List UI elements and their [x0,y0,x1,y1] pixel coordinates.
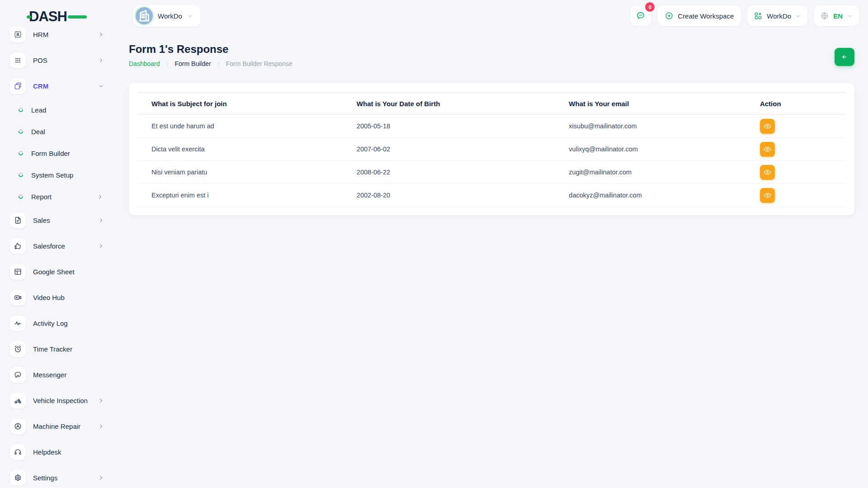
pos-grid-dots-icon [10,52,26,68]
sidebar-item-crm[interactable]: CRM [0,73,117,99]
chat-icon [636,11,646,21]
sidebar-subitem-label: Lead [31,106,46,114]
sidebar-item-google-sheet[interactable]: Google Sheet [0,259,117,285]
column-header-email: What is Your email [555,93,746,115]
chevron-right-icon [98,423,104,429]
sidebar-item-label: Activity Log [33,319,68,327]
language-dropdown[interactable]: EN [814,5,859,26]
table-row: Nisi veniam pariatu 2008-06-22 zugit@mai… [138,161,845,184]
sidebar-item-label: HRM [33,31,48,38]
chevron-down-icon [98,83,104,89]
sidebar-item-helpdesk[interactable]: Helpdesk [0,439,117,465]
workdo-dropdown-label: WorkDo [767,12,791,20]
activity-pulse-icon [10,315,26,331]
sidebar-subitem-report[interactable]: Report [0,186,117,207]
sidebar-item-time-tracker[interactable]: Time Tracker [0,336,117,362]
language-label: EN [833,12,843,20]
view-response-button[interactable] [760,119,775,134]
sidebar-subitem-system-setup[interactable]: System Setup [0,164,117,186]
sidebar: HRM POS CRM Lead Deal Form Bu [0,26,117,488]
table-grid-icon [10,264,26,280]
workdo-dropdown[interactable]: WorkDo [747,5,807,26]
sidebar-item-label: Google Sheet [33,268,75,276]
sidebar-item-label: CRM [33,82,48,90]
sidebar-item-sales[interactable]: Sales [0,207,117,233]
sidebar-item-label: Video Hub [33,294,65,301]
chevron-right-icon [98,398,104,404]
table-row: Dicta velit exercita 2007-06-02 vulixyq@… [138,138,845,161]
column-header-action: Action [746,93,845,115]
workspace-name: WorkDo [158,12,182,20]
responses-table: What is Subject for join What is Your Da… [138,92,845,207]
breadcrumb-form-builder-link[interactable]: Form Builder [175,60,211,67]
cell-subject: Nisi veniam pariatu [138,161,343,184]
plus-circle-icon [665,11,674,20]
alarm-clock-icon [10,341,26,357]
view-response-button[interactable] [760,142,775,157]
eye-icon [764,145,771,153]
sidebar-item-pos[interactable]: POS [0,47,117,73]
sidebar-subitem-deal[interactable]: Deal [0,121,117,142]
fan-icon [10,418,26,434]
sidebar-item-machine-repair[interactable]: Machine Repair [0,413,117,439]
sidebar-item-hrm[interactable]: HRM [0,26,117,47]
back-button[interactable] [835,48,854,66]
chevron-down-icon [847,13,853,19]
workspace-avatar [136,7,153,24]
view-response-button[interactable] [760,165,775,180]
chevron-down-icon [795,13,801,19]
sidebar-subitem-label: Deal [31,128,45,136]
column-header-subject: What is Subject for join [138,93,343,115]
breadcrumb-dashboard-link[interactable]: Dashboard [129,60,160,67]
page-title: Form 1's Response [129,43,228,56]
column-header-dob: What is Your Date of Birth [343,93,556,115]
sidebar-subitem-lead[interactable]: Lead [0,99,117,121]
building-icon [136,7,153,24]
breadcrumb: Dashboard Form Builder Form Builder Resp… [129,60,292,67]
chevron-right-icon [216,61,221,66]
chevron-right-icon [97,194,103,200]
sidebar-item-label: Vehicle Inspection [33,397,88,404]
create-workspace-button[interactable]: Create Workspace [657,5,741,26]
cell-email: dacokyz@mailinator.com [555,184,746,207]
chevron-right-icon [98,243,104,249]
hrm-users-icon [10,27,26,42]
sidebar-item-salesforce[interactable]: Salesforce [0,233,117,259]
cell-dob: 2005-05-18 [343,115,556,138]
sidebar-subitem-label: Report [31,193,52,201]
cell-email: zugit@mailinator.com [555,161,746,184]
eye-icon [764,122,771,130]
grid-plus-icon [754,11,763,20]
chevron-right-icon [98,475,104,481]
workspace-switcher[interactable]: WorkDo [133,5,200,27]
sidebar-item-label: Salesforce [33,242,65,250]
sidebar-item-vehicle-inspection[interactable]: Vehicle Inspection [0,388,117,413]
arrow-left-icon [840,53,849,61]
sidebar-item-label: Settings [33,474,57,482]
logo-accent-dot [27,15,31,19]
sidebar-item-label: Helpdesk [33,448,61,456]
messages-button[interactable]: 0 [630,5,651,26]
sidebar-subitem-label: Form Builder [31,150,70,157]
logo-accent-bar [68,15,87,19]
sidebar-item-video-hub[interactable]: Video Hub [0,285,117,310]
topbar: DASH WorkDo 0 Create Workspace WorkDo [0,0,868,33]
sidebar-item-label: Machine Repair [33,422,80,430]
bullet-icon [18,172,24,178]
chevron-right-icon [98,32,104,38]
gear-icon [10,470,26,486]
sidebar-item-messenger[interactable]: Messenger [0,362,117,388]
cell-subject: Et est unde harum ad [138,115,343,138]
app-logo[interactable]: DASH [29,8,88,25]
globe-icon [820,11,829,20]
cell-subject: Dicta velit exercita [138,138,343,161]
sidebar-subitem-form-builder[interactable]: Form Builder [0,142,117,164]
headset-icon [10,444,26,460]
view-response-button[interactable] [760,188,775,203]
chat-bubble-icon [10,367,26,383]
sidebar-item-activity-log[interactable]: Activity Log [0,310,117,336]
sidebar-item-label: Sales [33,216,50,224]
sidebar-item-settings[interactable]: Settings [0,465,117,488]
messages-badge: 0 [645,2,655,12]
bullet-icon [18,128,24,135]
